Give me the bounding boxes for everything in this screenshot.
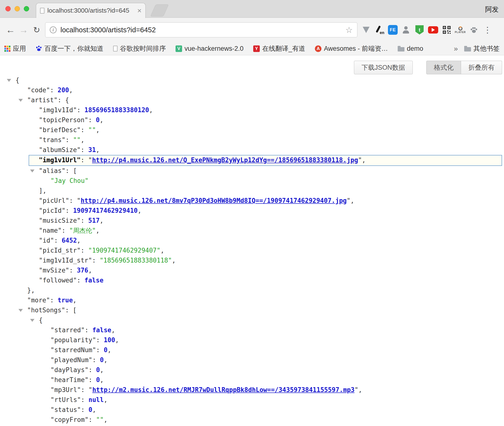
json-punctuation: , xyxy=(88,267,92,274)
bookmark-item[interactable]: 百度一下，你就知道 xyxy=(36,44,103,53)
player-extension-icon[interactable]: PLAYER xyxy=(455,25,466,35)
download-json-button[interactable]: 下载JSON数据 xyxy=(354,61,413,74)
json-punctuation: , xyxy=(69,86,73,94)
json-link[interactable]: http://m2.music.126.net/RMJR7wDullRqppBk… xyxy=(92,386,354,393)
user-extension-icon[interactable] xyxy=(401,25,411,35)
format-button[interactable]: 格式化 xyxy=(426,61,461,74)
json-string: "" xyxy=(96,416,104,423)
json-punctuation: , xyxy=(172,257,176,264)
flag-extension-icon[interactable] xyxy=(361,25,371,35)
json-punctuation: : xyxy=(50,86,58,94)
collapse-all-button[interactable]: 折叠所有 xyxy=(461,61,502,74)
json-key: "mp3Url" xyxy=(50,386,81,393)
reload-button[interactable]: ↻ xyxy=(30,25,43,35)
json-key: "status" xyxy=(50,406,81,413)
bookmark-item[interactable]: 谷歌按时间排序 xyxy=(113,44,166,53)
url-text: localhost:3000/artists?id=6452 xyxy=(60,26,345,34)
fehelper-extension-icon[interactable]: FE xyxy=(388,25,398,35)
json-punctuation: : xyxy=(81,126,88,134)
json-line: "mvSize": 376, xyxy=(0,265,504,275)
json-number: 517 xyxy=(88,217,100,224)
extensions-area: en FE t PLAYER xyxy=(361,25,493,35)
browser-tab[interactable]: localhost:3000/artists?id=645 × xyxy=(36,3,146,18)
collapse-triangle-icon[interactable] xyxy=(18,99,23,102)
bookmark-label: 应用 xyxy=(13,44,26,53)
json-line: "more": true, xyxy=(0,295,504,305)
minimize-window-button[interactable] xyxy=(15,6,20,11)
qrcode-extension-icon[interactable] xyxy=(441,25,452,35)
json-string: "" xyxy=(88,126,96,134)
bookmark-item[interactable]: demo xyxy=(398,45,423,52)
json-punctuation: " xyxy=(77,197,81,204)
json-punctuation: , xyxy=(96,126,100,134)
profile-name[interactable]: 阿发 xyxy=(485,5,499,14)
json-number: 19097417462929410 xyxy=(73,207,138,214)
json-punctuation: : xyxy=(77,277,84,284)
bookmark-star-icon[interactable]: ☆ xyxy=(345,25,353,35)
bookmark-label: vue-hackernews-2.0 xyxy=(185,45,244,52)
json-punctuation: { xyxy=(39,316,43,324)
zoom-window-button[interactable] xyxy=(24,6,29,11)
bookmark-item[interactable]: Vvue-hackernews-2.0 xyxy=(176,45,244,52)
format-button-group: 格式化 折叠所有 xyxy=(426,61,502,74)
bookmark-item[interactable]: AAwesomes - 前端资… xyxy=(315,44,388,53)
bookmark-item[interactable]: 应用 xyxy=(4,44,26,53)
bookmarks-overflow-chevron[interactable]: » xyxy=(454,44,458,53)
collapse-triangle-icon[interactable] xyxy=(30,319,34,322)
json-link[interactable]: http://p4.music.126.net/8mv7qP30Pd3oHW8b… xyxy=(81,197,347,204)
browser-menu-icon[interactable]: ⋮ xyxy=(482,25,493,35)
shield-extension-icon[interactable]: t xyxy=(414,25,425,35)
json-punctuation: ", xyxy=(358,156,366,164)
json-number: 0 xyxy=(96,116,100,124)
json-punctuation: { xyxy=(16,77,19,84)
page-info-icon[interactable]: i xyxy=(50,26,57,33)
paw-extension-icon[interactable] xyxy=(469,25,479,35)
json-punctuation: , xyxy=(160,247,164,254)
json-line: "starredNum": 0, xyxy=(0,345,504,355)
json-punctuation: , xyxy=(108,346,111,354)
collapse-triangle-icon[interactable] xyxy=(30,170,34,172)
json-punctuation: : xyxy=(69,267,77,274)
json-punctuation: , xyxy=(100,217,103,224)
tab-title: localhost:3000/artists?id=645 xyxy=(47,7,137,14)
json-key: "starredNum" xyxy=(50,346,96,354)
tab-close-icon[interactable]: × xyxy=(137,7,142,14)
collapse-triangle-icon[interactable] xyxy=(18,309,23,312)
youtube-extension-icon[interactable] xyxy=(428,25,438,35)
json-line: "playedNum": 0, xyxy=(0,355,504,365)
json-string: "" xyxy=(73,136,81,144)
json-punctuation: : xyxy=(92,356,100,364)
json-keyword: true xyxy=(58,297,73,304)
collapse-triangle-icon[interactable] xyxy=(7,79,11,82)
new-tab-button[interactable] xyxy=(150,4,169,17)
json-line: "mp3Url": "http://m2.music.126.net/RMJR7… xyxy=(0,385,504,395)
json-number: 376 xyxy=(77,267,88,274)
address-bar[interactable]: i localhost:3000/artists?id=6452 ☆ xyxy=(45,22,357,37)
json-punctuation: : xyxy=(50,297,58,304)
json-punctuation: : xyxy=(69,197,77,204)
json-punctuation: : xyxy=(81,146,88,153)
json-number: 100 xyxy=(104,336,115,344)
json-line: "copyFrom": "", xyxy=(0,415,504,425)
json-link[interactable]: http://p4.music.126.net/Q_ExePNkmgB2yWyL… xyxy=(92,156,358,164)
bookmark-item[interactable]: Y在线翻译_有道 xyxy=(253,44,305,53)
json-key: "alias" xyxy=(39,167,66,174)
translate-extension-icon[interactable]: en xyxy=(374,25,385,35)
other-bookmarks-item[interactable]: 其他书签 xyxy=(464,44,500,53)
json-key: "picUrl" xyxy=(39,197,69,204)
json-line: "img1v1Id": 18569651883380120, xyxy=(0,105,504,115)
json-line: "topicPerson": 0, xyxy=(0,115,504,125)
json-string: "周杰伦" xyxy=(69,227,96,234)
bookmark-label: 百度一下，你就知道 xyxy=(44,44,103,53)
json-key: "mvSize" xyxy=(39,267,69,274)
json-punctuation: : xyxy=(66,136,73,144)
json-punctuation: , xyxy=(81,136,84,144)
json-punctuation: : xyxy=(96,346,104,354)
json-key: "hotSongs" xyxy=(27,307,65,314)
close-window-button[interactable] xyxy=(5,6,11,11)
json-key: "copyFrom" xyxy=(50,416,89,423)
json-line: "alias": [ xyxy=(0,166,504,176)
json-line: }, xyxy=(0,285,504,295)
json-key: "img1v1Id" xyxy=(39,106,77,114)
back-button[interactable]: ← xyxy=(4,25,17,35)
